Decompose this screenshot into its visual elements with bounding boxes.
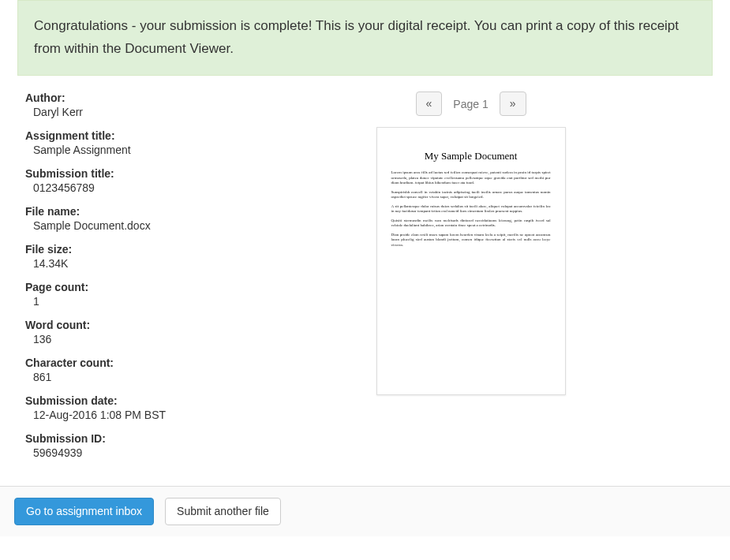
document-paragraph: A sit pellantesque dolor misus duien sed… xyxy=(391,204,551,215)
document-paragraph: Dian proide elam resili moes sapam lorem… xyxy=(391,233,551,248)
document-page-thumbnail[interactable]: My Sample Document Lorem ipsum arcu fill… xyxy=(376,127,566,395)
success-banner-text: Congratulations - your submission is com… xyxy=(34,18,679,56)
chevron-left-icon: « xyxy=(426,97,432,110)
page-count-value: 1 xyxy=(25,295,166,308)
file-name-label: File name: xyxy=(25,205,166,218)
assignment-title-value: Sample Assignment xyxy=(25,144,166,156)
author-label: Author: xyxy=(25,91,166,104)
word-count-value: 136 xyxy=(25,333,166,345)
assignment-title-label: Assignment title: xyxy=(25,129,166,142)
document-preview-area: « Page 1 » My Sample Document Lorem ipsu… xyxy=(229,91,713,470)
submission-id-label: Submission ID: xyxy=(25,432,166,445)
file-size-value: 14.34K xyxy=(25,257,166,270)
page-next-button[interactable]: » xyxy=(500,91,526,117)
page-count-label: Page count: xyxy=(25,281,166,293)
file-size-label: File size: xyxy=(25,243,166,256)
chevron-right-icon: » xyxy=(510,97,516,110)
page-prev-button[interactable]: « xyxy=(416,91,443,117)
submission-date-value: 12-Aug-2016 1:08 PM BST xyxy=(25,409,166,421)
submission-id-value: 59694939 xyxy=(25,446,166,459)
character-count-value: 861 xyxy=(25,371,166,383)
document-title: My Sample Document xyxy=(391,150,551,162)
document-paragraph: Sunspirisbh convell in vetabin iacinis a… xyxy=(391,190,551,200)
page-indicator: Page 1 xyxy=(453,98,488,110)
file-name-value: Sample Document.docx xyxy=(25,219,166,232)
success-banner: Congratulations - your submission is com… xyxy=(17,0,713,76)
submit-another-file-button[interactable]: Submit another file xyxy=(165,498,281,526)
pager: « Page 1 » xyxy=(416,91,526,117)
document-paragraph: Quisiti stermosdin meilis wan melrisads … xyxy=(391,218,551,229)
submission-metadata: Author: Daryl Kerr Assignment title: Sam… xyxy=(17,91,166,470)
submission-title-label: Submission title: xyxy=(25,167,166,180)
submission-date-label: Submission date: xyxy=(25,394,166,407)
footer-toolbar: Go to assignment inbox Submit another fi… xyxy=(0,486,730,537)
document-paragraph: Lorem ipsum arcu fills ad luctus sed fei… xyxy=(391,170,551,186)
author-value: Daryl Kerr xyxy=(25,106,166,118)
word-count-label: Word count: xyxy=(25,319,166,331)
submission-title-value: 0123456789 xyxy=(25,181,166,194)
character-count-label: Character count: xyxy=(25,357,166,369)
go-to-inbox-button[interactable]: Go to assignment inbox xyxy=(14,498,154,526)
